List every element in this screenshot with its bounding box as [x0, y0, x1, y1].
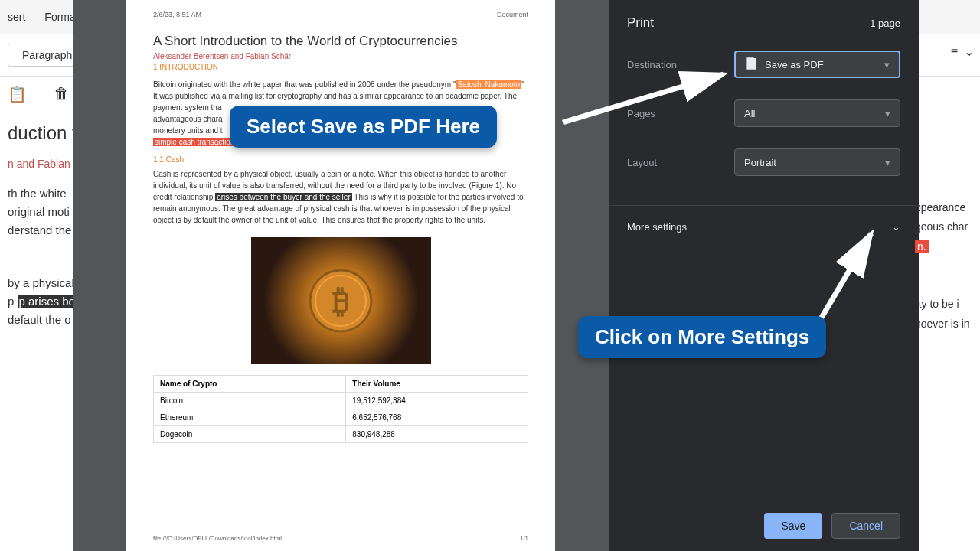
delete-icon[interactable]: 🗑	[54, 85, 69, 103]
ribbon-list-icons-right: ≡ ⌄	[951, 44, 974, 59]
background-doc-right-fragment: ppearance geous char n. rty to be i noev…	[915, 199, 980, 334]
preview-section: 1 INTRODUCTION	[153, 63, 528, 71]
preview-timestamp: 2/6/23, 8:51 AM	[153, 11, 201, 18]
pages-dropdown[interactable]: All ▾	[734, 99, 900, 127]
preview-page: 2/6/23, 8:51 AM Document A Short Introdu…	[126, 0, 555, 551]
callout-save-pdf: Select Save as PDF Here	[230, 106, 497, 148]
preview-header-label: Document	[497, 11, 528, 18]
print-preview-area: 2/6/23, 8:51 AM Document A Short Introdu…	[73, 0, 609, 551]
table-header-row: Name of Crypto Their Volume	[154, 376, 528, 393]
cancel-button[interactable]: Cancel	[831, 513, 900, 539]
preview-paragraph-2: Cash is represented by a physical object…	[153, 168, 528, 226]
preview-subsection: 1.1 Cash	[153, 155, 528, 164]
crypto-table: Name of Crypto Their Volume Bitcoin19,51…	[153, 375, 528, 443]
paste-icon[interactable]: 📋	[8, 85, 27, 103]
svg-line-4	[563, 74, 724, 122]
svg-text:₿: ₿	[332, 283, 349, 319]
chevron-down-icon: ▾	[884, 59, 890, 70]
print-title: Print	[627, 15, 654, 31]
chevron-down-icon: ⌄	[964, 44, 974, 59]
bitcoin-image: ₿	[251, 237, 431, 364]
arrow-to-more-settings	[804, 226, 880, 325]
pdf-icon	[745, 57, 757, 72]
chevron-down-icon: ▾	[885, 157, 890, 168]
print-dialog-overlay: 2/6/23, 8:51 AM Document A Short Introdu…	[73, 0, 919, 551]
layout-dropdown[interactable]: Portrait ▾	[734, 148, 900, 176]
chevron-down-icon: ▾	[885, 108, 890, 119]
callout-more-settings: Click on More Settings	[578, 316, 826, 358]
save-button[interactable]: Save	[764, 513, 822, 539]
preview-footer-page: 1/1	[520, 535, 528, 542]
svg-rect-3	[747, 58, 756, 69]
page-count: 1 page	[870, 18, 900, 29]
svg-line-5	[819, 233, 871, 321]
chevron-down-icon: ⌄	[892, 221, 900, 233]
destination-dropdown[interactable]: Save as PDF ▾	[734, 51, 900, 78]
menu-insert[interactable]: sert	[8, 11, 25, 23]
preview-authors: Aleksander Berentsen and Fabian Schär	[153, 52, 528, 60]
table-row: Dogecoin830,948,288	[154, 426, 528, 443]
layout-label: Layout	[627, 157, 734, 168]
table-row: Ethereum6,652,576,768	[154, 409, 528, 426]
list-icon[interactable]: ≡	[951, 45, 958, 59]
arrow-to-destination	[559, 65, 731, 126]
preview-title: A Short Introduction to the World of Cry…	[153, 34, 528, 49]
preview-footer-path: file:///C:/Users/DELL/Downloads/tool/ind…	[153, 535, 282, 542]
table-row: Bitcoin19,512,592,384	[154, 393, 528, 409]
